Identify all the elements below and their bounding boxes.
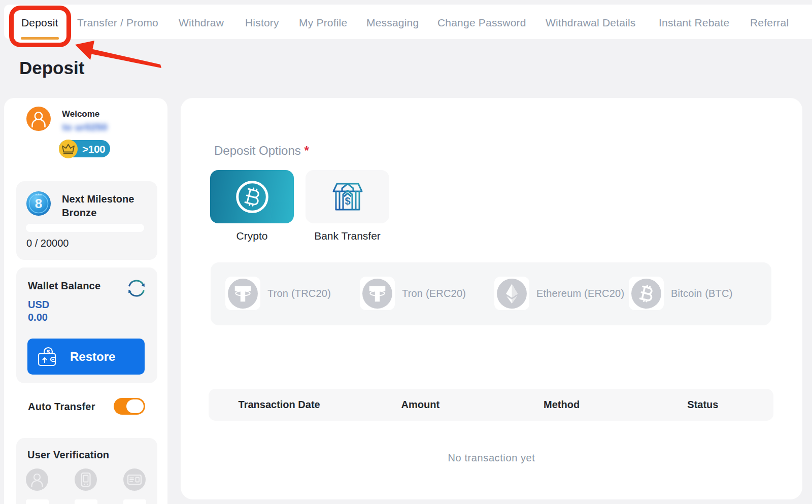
svg-text:8: 8	[35, 196, 42, 211]
svg-text:$: $	[345, 195, 350, 207]
